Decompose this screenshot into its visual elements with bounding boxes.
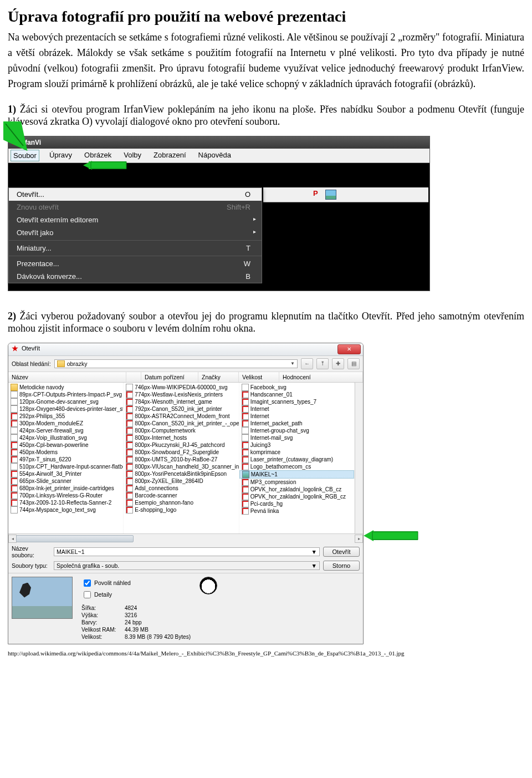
vscrollbar[interactable] [355, 383, 363, 533]
toolbar-landscape-icon[interactable] [325, 190, 336, 200]
lookin-combo[interactable]: obrazky ▼ [54, 359, 298, 368]
menu-napoveda[interactable]: Nápověda [196, 150, 233, 161]
open-button[interactable]: Otevřít [323, 547, 360, 557]
file-item[interactable]: 800px-Pkuczynski_RJ-45_patchcord [124, 441, 238, 449]
menu-upravy[interactable]: Úpravy [47, 150, 74, 161]
file-item[interactable]: 743px-2009-12-10-Reflecta-Sanner-2 [8, 499, 123, 506]
file-item[interactable]: 450px-Modems [8, 449, 123, 456]
menuitem[interactable]: Otevřít jako▸ [9, 226, 262, 239]
up-button[interactable]: ⤒ [316, 358, 329, 369]
col-hodnoceni[interactable]: Hodnocení [279, 372, 363, 382]
file-name-text: 800px-Snowboard_F2_Superglide [135, 449, 219, 456]
column-headers[interactable]: Název Datum pořízení Značky Velikost Hod… [8, 372, 363, 383]
file-item[interactable]: 424px-Voip_illustration_svg [8, 434, 123, 441]
file-item[interactable]: Laser_printer_(cutaway_diagram) [239, 456, 354, 463]
col-nazev[interactable]: Název [8, 372, 126, 382]
file-item[interactable]: Adsl_connections [124, 485, 238, 492]
menu-soubor[interactable]: Soubor [11, 150, 39, 161]
file-item[interactable]: OPVK_hor_zakladni_logolink_CB_cz [239, 486, 354, 493]
file-item[interactable]: Handscanner_01 [239, 391, 354, 398]
irfanview-titlebar[interactable]: IrfanVi [8, 136, 429, 149]
file-item[interactable]: 800px-UMTS_2010-by-RaBoe-27 [124, 456, 238, 463]
red-icon [242, 449, 249, 456]
open-dialog-title: Otevřít [22, 345, 40, 352]
file-item[interactable]: 746px-Www-WIKIPEDIA-600000_svg [124, 384, 238, 391]
file-item[interactable]: 680px-Ink-jet_printer_inside-cartridges [8, 485, 123, 492]
chk-detaily[interactable]: Detaily [81, 589, 191, 600]
file-item[interactable]: 700px-Linksys-Wireless-G-Router [8, 492, 123, 499]
file-item[interactable]: E-shopping_logo [124, 506, 238, 513]
hscroll-right[interactable]: ▸ [355, 535, 363, 543]
file-item[interactable]: 89px-CPT-Outputs-Printers-Impact-P_svg [8, 391, 123, 398]
col-spacer[interactable] [126, 372, 141, 382]
file-item[interactable]: Internet [239, 413, 354, 420]
hscrollbar[interactable]: ◂ ▸ [8, 533, 363, 543]
file-item[interactable]: Internet [239, 405, 354, 413]
file-name-text: 792px-Canon_S520_ink_jet_printer [135, 405, 222, 413]
file-item[interactable]: Internet-group-chat_svg [239, 427, 354, 434]
menuitem[interactable]: Miniatury...T [9, 242, 262, 255]
hscroll-thumb[interactable] [16, 535, 134, 542]
file-item[interactable]: Imagint_scanners_types_7 [239, 398, 354, 405]
file-item[interactable]: 120px-Gnome-dev-scanner_svg [8, 398, 123, 405]
file-item[interactable]: Internet-mail_svg [239, 434, 354, 441]
col-znacky[interactable]: Značky [198, 372, 239, 382]
menuitem[interactable]: Dávková konverze...B [9, 270, 262, 283]
file-item[interactable]: 497px-T_sinus_6220 [8, 456, 123, 463]
file-item[interactable]: Facebook_svg [239, 384, 354, 391]
file-item[interactable]: MP3_compression [239, 479, 354, 486]
newfolder-button[interactable]: ✚ [332, 358, 344, 369]
file-item[interactable]: 510px-CPT_Hardware-Input-scanner-flatbed… [8, 463, 123, 470]
file-item[interactable]: 800px-ASTRA2Connect_Modem_front [124, 413, 238, 420]
file-item[interactable]: 774px-Westlaw-LexisNexis_printers [124, 391, 238, 398]
back-button[interactable]: ← [301, 358, 313, 369]
menu-zobrazeni[interactable]: Zobrazení [151, 150, 188, 161]
chk-povolit-nahled[interactable]: Povolit náhled [81, 578, 191, 588]
file-item[interactable]: 424px-Server-firewall_svg [8, 427, 123, 434]
col-datum[interactable]: Datum pořízení [141, 372, 198, 382]
file-item[interactable]: 744px-Myspace_logo_text_svg [8, 506, 123, 513]
file-item[interactable]: Esempio_shannon-fano [124, 499, 238, 506]
file-item[interactable]: Pci-cards_hg [239, 500, 354, 507]
file-item[interactable]: Internet_packet_path [239, 420, 354, 427]
file-item[interactable]: 784px-Wesnoth_internet_game [124, 398, 238, 405]
col-velikost[interactable]: Velikost [239, 372, 279, 382]
file-list[interactable]: Metodicke navody89px-CPT-Outputs-Printer… [8, 383, 363, 533]
cancel-button[interactable]: Storno [323, 561, 360, 571]
file-item[interactable]: 554px-Airwolf_3d_Printer [8, 470, 123, 477]
lookin-label: Oblast hledání: [12, 360, 51, 367]
menuitem[interactable]: Otevřít externím editorem▸ [9, 213, 262, 226]
file-item[interactable]: 800px-Snowboard_F2_Superglide [124, 449, 238, 456]
file-item[interactable]: MAIKEL~1 [239, 470, 354, 479]
file-item[interactable]: 128px-Oxygen480-devices-printer-laser_sv… [8, 405, 123, 413]
close-button[interactable]: ✕ [337, 344, 361, 354]
hscroll-left[interactable]: ◂ [8, 535, 17, 543]
file-item[interactable]: 800px-Computernetwork [124, 427, 238, 434]
file-item[interactable]: Metodicke navody [8, 384, 123, 391]
file-item[interactable]: 792px-Canon_S520_ink_jet_printer [124, 405, 238, 413]
file-item[interactable]: 450px-Cpl-bewan-powerline [8, 441, 123, 449]
filetype-field[interactable]: Společná grafika - soub. ▼ [54, 561, 320, 570]
file-item[interactable]: 292px-Philips_355 [8, 413, 123, 420]
file-item[interactable]: 800px-ZyXEL_Elite_2864ID [124, 477, 238, 485]
file-item[interactable]: Juicing3 [239, 441, 354, 449]
menuitem[interactable]: Prezentace...W [9, 257, 262, 270]
file-item[interactable]: 800px-Canon_S520_ink_jet_printer_-_opene… [124, 420, 238, 427]
file-item[interactable]: 300px-Modem_moduleEZ [8, 420, 123, 427]
open-dialog-titlebar[interactable]: Otevřít ✕ [8, 343, 363, 356]
combo-dropdown-icon[interactable]: ▼ [290, 361, 295, 366]
file-item[interactable]: Barcode-scanner [124, 492, 238, 499]
viewmenu-button[interactable]: ▤ [347, 358, 360, 369]
file-item[interactable]: Logo_betathomecom_cs [239, 463, 354, 470]
filename-field[interactable]: MAIKEL~1 ▼ [54, 547, 320, 556]
menuitem[interactable]: Otevřít...O [9, 188, 262, 201]
file-item[interactable]: 800px-YosriPencetakBintik9pinEpson [124, 470, 238, 477]
file-item[interactable]: 665px-Slide_scanner [8, 477, 123, 485]
file-item[interactable]: 800px-VIUscan_handheld_3D_scanner_in_use [124, 463, 238, 470]
file-item[interactable]: Pevná linka [239, 507, 354, 515]
file-item[interactable]: 800px-Internet_hosts [124, 434, 238, 441]
file-item[interactable]: komprimace [239, 449, 354, 456]
menuitem[interactable]: Znovu otevřítShift+R [9, 201, 262, 213]
file-name-text: Pci-cards_hg [250, 500, 283, 507]
file-item[interactable]: OPVK_hor_zakladni_logolink_RGB_cz [239, 493, 354, 500]
